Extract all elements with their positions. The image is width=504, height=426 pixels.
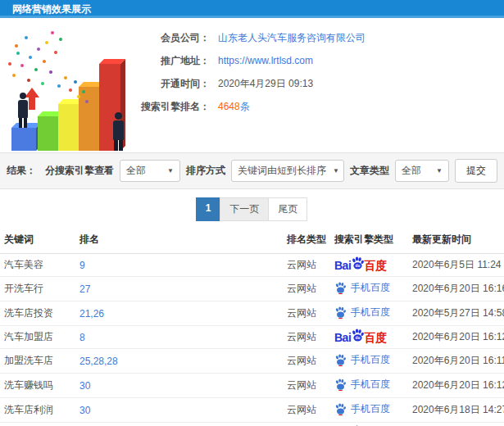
keyword-cell: 汽车美容 — [0, 254, 75, 277]
company-info: 会员公司： 山东老人头汽车服务咨询有限公司 推广地址： https://www.… — [138, 25, 366, 152]
engine-type-cell: Baidu百度 — [330, 326, 408, 349]
keyword-cell: 开洗车行 — [0, 277, 75, 301]
last-page-button[interactable]: 尾页 — [268, 197, 307, 221]
header-updated: 最新更新时间 — [408, 226, 504, 254]
engine-select[interactable]: 全部 ▼ — [120, 160, 180, 182]
confetti-dot — [12, 74, 16, 77]
figure-legs — [114, 140, 123, 151]
updated-time-cell: 2020年6月5日 11:24 — [408, 254, 504, 277]
rank-type-cell: 云网站 — [283, 349, 330, 374]
confetti-dot — [59, 38, 62, 41]
figure-head — [115, 112, 122, 120]
keyword-cell: 洗车店投资 — [0, 301, 75, 326]
results-table: 关键词 排名 排名类型 搜索引擎类型 最新更新时间 汽车美容9云网站Baidu百… — [0, 226, 504, 426]
mobile-baidu-logo: 手机百度 — [334, 378, 390, 392]
info-section: 会员公司： 山东老人头汽车服务咨询有限公司 推广地址： https://www.… — [0, 18, 504, 152]
chevron-down-icon: ▼ — [333, 167, 339, 174]
engine-type-cell: 手机百度 — [330, 277, 408, 301]
next-page-button[interactable]: 下一页 — [220, 197, 269, 221]
confetti-dot — [43, 60, 46, 63]
baidu-paw-icon — [334, 378, 347, 391]
confetti-dot — [29, 56, 32, 59]
engine-type-cell: 手机百度 — [330, 374, 408, 398]
rank-link[interactable]: 27 — [75, 277, 283, 301]
pagination: 1 下一页 尾页 — [0, 197, 504, 221]
sort-select[interactable]: 关键词由短到长排序 ▼ — [231, 160, 344, 182]
confetti-dot — [69, 88, 72, 92]
engine-type-cell: 手机百度 — [330, 349, 408, 374]
confetti-dot — [64, 76, 67, 79]
rank-link[interactable]: 3 — [75, 423, 283, 426]
page-1-button[interactable]: 1 — [196, 197, 221, 221]
rank-link[interactable]: 30 — [75, 374, 283, 398]
confetti-dot — [54, 51, 57, 54]
article-type-select[interactable]: 全部 ▼ — [395, 160, 449, 182]
baidu-logo-text-en: Bai — [334, 331, 351, 344]
baidu-logo: Baidu百度 — [334, 330, 387, 344]
mobile-baidu-label: 手机百度 — [351, 402, 390, 416]
engine-select-value: 全部 — [126, 164, 146, 178]
table-row: 洗车赚钱吗30云网站手机百度2020年6月20日 16:12 — [0, 374, 504, 398]
keyword-cell: 洗车店利润 — [0, 398, 75, 423]
rank-link[interactable]: 21,26 — [75, 301, 283, 326]
result-label: 结果： — [7, 164, 36, 178]
businessman-left — [18, 93, 28, 128]
rank-type-cell: 云网站 — [283, 301, 330, 326]
member-company-link[interactable]: 山东老人头汽车服务咨询有限公司 — [218, 31, 366, 44]
figure-legs — [19, 118, 27, 128]
rank-link[interactable]: 30 — [75, 398, 283, 423]
rank-link[interactable]: 9 — [75, 254, 283, 277]
updated-time-cell: 2020年6月20日 16:12 — [408, 326, 504, 349]
open-time-label: 开通时间： — [138, 77, 210, 90]
confetti-dot — [82, 90, 85, 93]
updated-time-cell: 2020年6月20日 16:11 — [408, 349, 504, 374]
rank-type-cell: 云网站 — [283, 326, 330, 349]
baidu-paw-icon — [334, 306, 347, 319]
mobile-baidu-logo: 手机百度 — [334, 306, 390, 320]
updated-time-cell: 2020年6月20日 16:16 — [408, 277, 504, 301]
rank-link[interactable]: 25,28,28 — [75, 349, 283, 374]
engine-type-cell: 手机百度 — [330, 398, 408, 423]
sort-filter-label: 排序方式 — [186, 164, 225, 178]
illustration-bar-3 — [58, 104, 79, 151]
submit-button[interactable]: 提交 — [455, 159, 497, 183]
table-row: 洗车店加盟3云网站Baidu百度2020年6月18日 14:30 — [0, 423, 504, 426]
baidu-logo-text-cn: 百度 — [364, 259, 387, 272]
svg-text:du: du — [356, 264, 361, 268]
app-header: 网络营销效果展示 — [0, 0, 504, 18]
confetti-dot — [16, 52, 20, 55]
baidu-paw-icon — [334, 282, 347, 294]
article-type-select-value: 全部 — [402, 164, 421, 178]
confetti-dot — [34, 68, 38, 71]
baidu-paw-icon: du — [351, 256, 365, 270]
promo-url-link[interactable]: https://www.lrtlsd.com — [218, 54, 313, 67]
baidu-paw-icon — [334, 403, 347, 415]
table-header-row: 关键词 排名 排名类型 搜索引擎类型 最新更新时间 — [0, 226, 504, 254]
sort-select-value: 关键词由短到长排序 — [238, 164, 326, 178]
confetti-dot — [41, 82, 44, 85]
engine-filter-label: 分搜索引擎查看 — [45, 164, 114, 178]
confetti-dot — [85, 100, 89, 103]
confetti-dot — [74, 80, 77, 84]
rank-type-cell: 云网站 — [283, 398, 330, 423]
rank-count-unit-link[interactable]: 条 — [240, 100, 250, 113]
confetti-dot — [45, 41, 48, 44]
illustration-bar-4 — [79, 87, 100, 151]
info-row-company: 会员公司： 山东老人头汽车服务咨询有限公司 — [138, 31, 366, 44]
filter-controls: 分搜索引擎查看 全部 ▼ 排序方式 关键词由短到长排序 ▼ 文章类型 全部 ▼ … — [45, 159, 497, 183]
businessman-right — [113, 112, 124, 151]
rank-link[interactable]: 8 — [75, 326, 283, 349]
mobile-baidu-label: 手机百度 — [351, 378, 390, 392]
figure-torso — [18, 100, 28, 118]
engine-type-cell: Baidu百度 — [330, 423, 408, 426]
confetti-dot — [77, 95, 80, 98]
bar-chart-illustration — [0, 25, 138, 152]
info-row-rank-count: 搜索引擎排名： 4648 条 — [138, 100, 366, 113]
illustration-bar-2 — [38, 116, 59, 151]
chevron-down-icon: ▼ — [167, 167, 174, 174]
keyword-cell: 洗车赚钱吗 — [0, 374, 75, 398]
updated-time-cell: 2020年6月20日 16:12 — [408, 374, 504, 398]
updated-time-cell: 2020年5月27日 14:58 — [408, 301, 504, 326]
member-company-label: 会员公司： — [138, 31, 210, 44]
mobile-baidu-label: 手机百度 — [351, 306, 390, 320]
